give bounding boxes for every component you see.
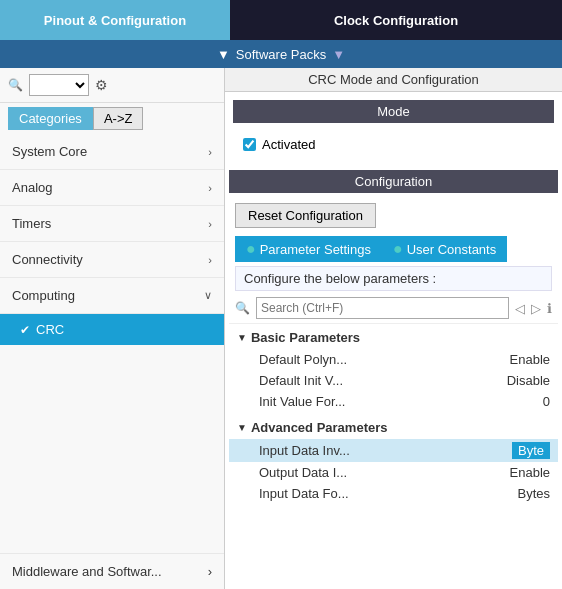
- sidebar: 🔍 ⚙ Categories A->Z System Core ›: [0, 68, 225, 589]
- config-section: Configuration Reset Configuration ● Para…: [225, 166, 562, 510]
- table-row: Init Value For... 0: [229, 391, 558, 412]
- software-packs-chevron-right: ▼: [332, 47, 345, 62]
- chevron-right-icon: ›: [208, 146, 212, 158]
- search-icon: 🔍: [8, 78, 23, 92]
- config-description: Configure the below parameters :: [235, 266, 552, 291]
- history-back-icon[interactable]: ◁: [515, 301, 525, 316]
- sidebar-item-timers[interactable]: Timers ›: [0, 206, 224, 242]
- basic-params-section: ▼ Basic Parameters Default Polyn... Enab…: [229, 324, 558, 414]
- chevron-down-icon: ▼: [237, 422, 247, 433]
- mode-label: Mode: [233, 100, 554, 123]
- activated-row: Activated: [233, 131, 554, 158]
- search-area: 🔍 ⚙: [0, 68, 224, 103]
- chevron-down-icon: ▼: [237, 332, 247, 343]
- pinout-config-tab[interactable]: Pinout & Configuration: [0, 0, 230, 40]
- table-row: Default Polyn... Enable: [229, 349, 558, 370]
- chevron-right-icon: ›: [208, 182, 212, 194]
- sidebar-item-analog[interactable]: Analog ›: [0, 170, 224, 206]
- activated-checkbox[interactable]: [243, 138, 256, 151]
- table-row: Default Init V... Disable: [229, 370, 558, 391]
- basic-params-header: ▼ Basic Parameters: [229, 326, 558, 349]
- sidebar-item-middleware[interactable]: Middleware and Softwar... ›: [0, 553, 224, 589]
- right-panel: CRC Mode and Configuration Mode Activate…: [225, 68, 562, 589]
- chevron-right-icon: ›: [208, 218, 212, 230]
- table-row: Output Data I... Enable: [229, 462, 558, 483]
- history-forward-icon[interactable]: ▷: [531, 301, 541, 316]
- software-packs-chevron: ▼: [217, 47, 230, 62]
- dot-icon: ●: [393, 241, 403, 257]
- check-icon: ✔: [20, 323, 30, 337]
- software-packs-bar[interactable]: ▼ Software Packs ▼: [0, 40, 562, 68]
- config-label: Configuration: [229, 170, 558, 193]
- clock-config-tab[interactable]: Clock Configuration: [230, 0, 562, 40]
- table-row: Input Data Fo... Bytes: [229, 483, 558, 504]
- software-packs-label: Software Packs: [236, 47, 326, 62]
- gear-icon[interactable]: ⚙: [95, 77, 108, 93]
- param-tabs: ● Parameter Settings ● User Constants: [235, 236, 552, 262]
- filter-tabs: Categories A->Z: [0, 103, 224, 134]
- tab-user-constants[interactable]: ● User Constants: [382, 236, 507, 262]
- dot-icon: ●: [246, 241, 256, 257]
- chevron-right-icon: ›: [208, 254, 212, 266]
- reset-config-button[interactable]: Reset Configuration: [235, 203, 376, 228]
- filter-tab-categories[interactable]: Categories: [8, 107, 93, 130]
- chevron-right-icon: ›: [208, 564, 212, 579]
- sidebar-item-connectivity[interactable]: Connectivity ›: [0, 242, 224, 278]
- sidebar-subitem-crc[interactable]: ✔ CRC: [0, 314, 224, 345]
- sidebar-item-computing[interactable]: Computing ∨: [0, 278, 224, 314]
- search-dropdown[interactable]: [29, 74, 89, 96]
- param-search-row: 🔍 ◁ ▷ ℹ: [229, 293, 558, 324]
- advanced-params-section: ▼ Advanced Parameters Input Data Inv... …: [229, 414, 558, 506]
- info-icon[interactable]: ℹ: [547, 301, 552, 316]
- tab-parameter-settings[interactable]: ● Parameter Settings: [235, 236, 382, 262]
- mode-section: Mode Activated: [225, 92, 562, 166]
- chevron-down-icon: ∨: [204, 289, 212, 302]
- sidebar-item-system-core[interactable]: System Core ›: [0, 134, 224, 170]
- activated-label: Activated: [262, 137, 315, 152]
- search-small-icon: 🔍: [235, 301, 250, 315]
- advanced-params-header: ▼ Advanced Parameters: [229, 416, 558, 439]
- panel-breadcrumb: CRC Mode and Configuration: [225, 68, 562, 92]
- param-search-input[interactable]: [256, 297, 509, 319]
- filter-tab-az[interactable]: A->Z: [93, 107, 144, 130]
- table-row[interactable]: Input Data Inv... Byte: [229, 439, 558, 462]
